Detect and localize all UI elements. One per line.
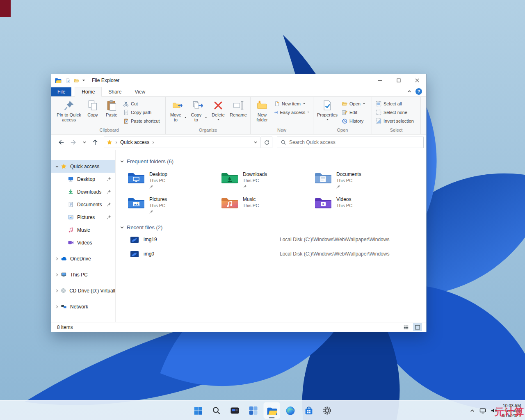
- start-button[interactable]: [190, 402, 206, 419]
- settings-button[interactable]: [319, 402, 336, 419]
- sidebar-item-desktop[interactable]: Desktop: [51, 173, 115, 185]
- chevron-right-icon[interactable]: [55, 305, 59, 309]
- paste-shortcut-button[interactable]: Paste shortcut: [121, 117, 163, 125]
- task-view-button[interactable]: [227, 402, 243, 419]
- tab-file[interactable]: File: [51, 87, 71, 96]
- sidebar-item-this-pc[interactable]: This PC: [51, 268, 115, 281]
- edit-icon: [342, 110, 347, 115]
- pin-to-quick-access-button[interactable]: Pin to Quick access: [55, 98, 83, 123]
- easy-access-button[interactable]: Easy access: [272, 108, 311, 116]
- properties-button[interactable]: Properties: [315, 98, 339, 121]
- image-file-icon: [130, 251, 139, 257]
- refresh-button[interactable]: [261, 137, 272, 148]
- folder-tile-documents[interactable]: Documents This PC: [314, 171, 408, 189]
- file-explorer-icon: [266, 406, 277, 416]
- sidebar-item-pictures[interactable]: Pictures: [51, 211, 115, 224]
- new-item-button[interactable]: New item: [272, 100, 311, 107]
- widgets-icon: [249, 406, 258, 415]
- collapse-ribbon-icon[interactable]: [407, 89, 412, 94]
- frequent-folders-header[interactable]: Frequent folders (6): [120, 158, 426, 164]
- up-button[interactable]: [89, 137, 101, 148]
- qat-new-folder-button[interactable]: [74, 78, 79, 83]
- downloads-icon: [68, 189, 74, 195]
- open-button[interactable]: Open: [340, 100, 370, 107]
- section-collapse-icon[interactable]: [120, 225, 124, 230]
- sidebar-item-downloads[interactable]: Downloads: [51, 185, 115, 198]
- copy-to-button[interactable]: Copy to: [188, 98, 208, 123]
- copy-path-button[interactable]: Copy path: [121, 108, 163, 116]
- move-to-button[interactable]: Move to: [168, 98, 187, 123]
- qat-properties-button[interactable]: [66, 78, 71, 83]
- qat-customize-dropdown-icon[interactable]: [82, 79, 85, 82]
- folder-tile-desktop[interactable]: Desktop This PC: [127, 171, 221, 189]
- maximize-button[interactable]: [389, 74, 408, 87]
- details-view-button[interactable]: [402, 323, 411, 331]
- recent-file-row-img0[interactable]: img0 Local Disk (C:)\Windows\Web\Wallpap…: [130, 249, 426, 259]
- ribbon-group-organize: Move to Copy to Delete Rename: [166, 97, 251, 134]
- breadcrumb-chevron-icon[interactable]: [151, 141, 155, 144]
- folder-tile-videos[interactable]: Videos This PC: [314, 196, 408, 214]
- network-icon[interactable]: [479, 407, 486, 414]
- new-folder-button[interactable]: New folder: [253, 98, 272, 123]
- pin-icon: [243, 185, 247, 189]
- content-pane: Frequent folders (6) Desktop This PC: [116, 150, 426, 322]
- cut-button[interactable]: Cut: [121, 100, 163, 107]
- hidden-icons-chevron-icon[interactable]: [470, 408, 475, 413]
- minimize-button[interactable]: [371, 74, 389, 87]
- folder-tile-pictures[interactable]: Pictures This PC: [127, 196, 221, 214]
- sidebar-item-quick-access[interactable]: Quick access: [51, 160, 115, 173]
- forward-button[interactable]: [68, 137, 80, 148]
- chevron-right-icon[interactable]: [55, 257, 59, 261]
- select-all-button[interactable]: Select all: [374, 100, 418, 107]
- documents-folder-icon: [314, 171, 332, 185]
- sidebar-item-documents[interactable]: Documents: [51, 198, 115, 211]
- chevron-right-icon[interactable]: [55, 289, 59, 293]
- address-dropdown-icon[interactable]: [253, 140, 258, 144]
- taskbar-file-explorer-button[interactable]: [264, 402, 280, 419]
- quick-access-star-icon: [61, 163, 67, 169]
- breadcrumb[interactable]: Quick access: [120, 139, 149, 145]
- rename-button[interactable]: Rename: [228, 98, 248, 118]
- back-button[interactable]: [55, 137, 67, 148]
- widgets-button[interactable]: [245, 402, 262, 419]
- breadcrumb-chevron-icon[interactable]: [114, 141, 118, 144]
- copy-button[interactable]: Copy: [84, 98, 102, 118]
- invert-selection-button[interactable]: Invert selection: [374, 117, 418, 125]
- recent-file-row-img19[interactable]: img19 Local Disk (C:)\Windows\Web\Wallpa…: [130, 234, 426, 245]
- recent-files-header[interactable]: Recent files (2): [120, 224, 426, 231]
- sidebar-item-cd-drive[interactable]: CD Drive (D:) Virtuall: [51, 284, 115, 297]
- tab-share[interactable]: Share: [102, 87, 128, 96]
- delete-icon: [212, 100, 224, 111]
- select-none-button[interactable]: Select none: [374, 108, 418, 116]
- store-button[interactable]: [301, 402, 317, 419]
- delete-button[interactable]: Delete: [209, 98, 228, 121]
- chevron-down-icon[interactable]: [55, 164, 59, 169]
- folder-tile-downloads[interactable]: Downloads This PC: [221, 171, 314, 189]
- sidebar-item-onedrive[interactable]: OneDrive: [51, 252, 115, 265]
- image-file-icon: [130, 237, 139, 243]
- close-button[interactable]: [408, 74, 426, 87]
- sidebar-item-network[interactable]: Network: [51, 300, 115, 313]
- large-icons-view-icon: [415, 324, 420, 330]
- tab-home[interactable]: Home: [75, 87, 102, 97]
- paste-button[interactable]: Paste: [103, 98, 121, 118]
- taskbar-search-button[interactable]: [208, 402, 225, 419]
- help-button[interactable]: ?: [415, 88, 422, 95]
- large-icons-view-button[interactable]: [413, 323, 422, 331]
- titlebar[interactable]: File Explorer: [51, 74, 426, 87]
- desktop-icon: [68, 176, 74, 182]
- edit-button[interactable]: Edit: [340, 108, 370, 116]
- sidebar-item-music[interactable]: Music: [51, 224, 115, 236]
- network-icon: [61, 304, 67, 310]
- edge-button[interactable]: [282, 402, 299, 419]
- history-button[interactable]: History: [340, 117, 370, 125]
- recent-locations-dropdown[interactable]: [81, 137, 88, 148]
- search-box[interactable]: [277, 137, 424, 148]
- chevron-right-icon[interactable]: [55, 273, 59, 277]
- search-input[interactable]: [289, 139, 420, 145]
- section-collapse-icon[interactable]: [120, 159, 124, 164]
- tab-view[interactable]: View: [128, 87, 152, 96]
- folder-tile-music[interactable]: Music This PC: [221, 196, 314, 214]
- address-bar[interactable]: Quick access: [104, 137, 260, 148]
- sidebar-item-videos[interactable]: Videos: [51, 236, 115, 249]
